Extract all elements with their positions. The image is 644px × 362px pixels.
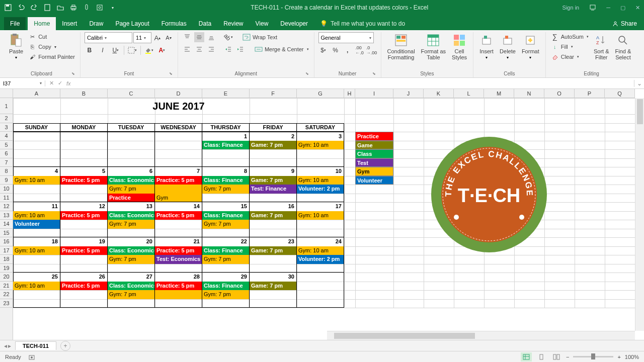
event-cell[interactable]: Game: 7 pm <box>250 211 297 220</box>
row-header[interactable]: 13 <box>0 211 13 220</box>
share-button[interactable]: Share <box>605 17 644 30</box>
dialog-launcher-icon[interactable]: ⬊ <box>71 71 76 76</box>
event-cell[interactable] <box>60 194 108 203</box>
day-header[interactable]: MONDAY <box>60 123 108 132</box>
legend-item[interactable]: Game <box>355 141 393 150</box>
legend-item[interactable]: Gym <box>355 167 393 176</box>
tab-home[interactable]: Home <box>28 17 56 30</box>
date-cell[interactable]: 24 <box>297 237 344 246</box>
date-cell[interactable]: 3 <box>297 132 344 141</box>
date-cell[interactable]: 29 <box>202 273 250 282</box>
event-cell[interactable] <box>250 149 297 158</box>
event-cell[interactable] <box>13 158 60 167</box>
row-header[interactable]: 20 <box>0 273 13 282</box>
calendar-title[interactable]: JUNE 2017 <box>13 98 344 114</box>
event-cell[interactable]: Gym: 7 pm <box>202 255 250 264</box>
row-header[interactable]: 22 <box>0 290 13 299</box>
event-cell[interactable] <box>250 229 297 238</box>
decrease-decimal-icon[interactable]: .0→.00 <box>367 45 377 55</box>
legend-item[interactable]: Practice <box>355 132 393 141</box>
event-cell[interactable]: Class: Economics <box>108 282 155 291</box>
italic-button[interactable]: I <box>98 45 108 55</box>
open-icon[interactable] <box>56 4 64 12</box>
event-cell[interactable]: Class: Finance <box>202 211 250 220</box>
number-format-combo[interactable]: General▾ <box>318 32 374 43</box>
event-cell[interactable] <box>155 299 202 308</box>
event-cell[interactable] <box>250 299 297 308</box>
event-cell[interactable]: Gym: 7 pm <box>108 290 155 299</box>
tell-me[interactable]: 💡 Tell me what you want to do <box>314 17 411 30</box>
tab-insert[interactable]: Insert <box>56 17 83 30</box>
name-box[interactable]: I37▾ <box>0 80 45 86</box>
col-header[interactable]: H <box>344 89 355 98</box>
page-break-view-icon[interactable] <box>551 352 562 361</box>
align-center-icon[interactable] <box>194 44 204 54</box>
date-cell[interactable]: 21 <box>155 237 202 246</box>
maximize-icon[interactable]: ▢ <box>620 5 625 11</box>
dialog-launcher-icon[interactable]: ⬊ <box>305 71 310 76</box>
event-cell[interactable]: Class: Finance <box>202 141 250 150</box>
event-cell[interactable]: Gym: 10 am <box>297 211 344 220</box>
event-cell[interactable] <box>155 185 202 194</box>
percent-button[interactable]: % <box>331 45 341 55</box>
date-cell[interactable]: 1 <box>202 132 250 141</box>
redo-icon[interactable] <box>30 4 38 12</box>
align-middle-icon[interactable] <box>194 32 204 42</box>
event-cell[interactable] <box>250 255 297 264</box>
date-cell[interactable]: 26 <box>60 273 108 282</box>
date-cell[interactable]: 13 <box>108 202 155 211</box>
tab-formulas[interactable]: Formulas <box>155 17 193 30</box>
date-cell[interactable]: 19 <box>60 237 108 246</box>
row-headers[interactable]: 1234567891011121314151617181920212223 <box>0 98 13 340</box>
event-cell[interactable]: Practice: 5 pm <box>155 176 202 185</box>
event-cell[interactable]: Gym: 7 pm <box>108 185 155 194</box>
event-cell[interactable] <box>155 149 202 158</box>
sheet-tab[interactable]: TECH-011 <box>15 341 56 350</box>
underline-button[interactable]: U▾ <box>111 45 121 55</box>
row-header[interactable]: 7 <box>0 158 13 167</box>
format-as-table-button[interactable]: Format as Table <box>419 32 448 61</box>
col-header[interactable]: I <box>355 89 393 98</box>
row-header[interactable]: 16 <box>0 237 13 246</box>
event-cell[interactable] <box>60 264 108 273</box>
row-header[interactable]: 11 <box>0 194 13 203</box>
ribbon-options-icon[interactable] <box>589 4 596 11</box>
fill-color-button[interactable]: ▾ <box>144 45 154 55</box>
cut-button[interactable]: ✂Cut <box>27 32 76 41</box>
event-cell[interactable] <box>60 220 108 229</box>
conditional-formatting-button[interactable]: Conditional Formatting <box>385 32 417 61</box>
event-cell[interactable] <box>155 220 202 229</box>
align-bottom-icon[interactable] <box>206 32 216 42</box>
event-cell[interactable] <box>60 158 108 167</box>
row-header[interactable]: 19 <box>0 264 13 273</box>
event-cell[interactable] <box>297 282 344 291</box>
row-header[interactable]: 8 <box>0 167 13 176</box>
date-cell[interactable]: 6 <box>108 167 155 176</box>
event-cell[interactable] <box>13 290 60 299</box>
event-cell[interactable] <box>202 264 250 273</box>
align-right-icon[interactable] <box>206 44 216 54</box>
event-cell[interactable]: Game: 7 pm <box>250 141 297 150</box>
col-header[interactable]: F <box>250 89 297 98</box>
copy-button[interactable]: ⎘Copy▾ <box>27 42 76 51</box>
row-header[interactable]: 17 <box>0 246 13 255</box>
tab-review[interactable]: Review <box>217 17 249 30</box>
event-cell[interactable] <box>297 229 344 238</box>
event-cell[interactable]: Practice: 5 pm <box>60 282 108 291</box>
macro-record-icon[interactable] <box>28 353 35 360</box>
date-cell[interactable] <box>60 132 108 141</box>
col-header[interactable]: B <box>60 89 108 98</box>
date-cell[interactable] <box>108 132 155 141</box>
date-cell[interactable] <box>155 132 202 141</box>
event-cell[interactable]: Gym <box>155 194 202 203</box>
event-cell[interactable]: Gym: 7 pm <box>202 185 250 194</box>
date-cell[interactable]: 18 <box>13 237 60 246</box>
event-cell[interactable] <box>297 158 344 167</box>
zoom-slider[interactable] <box>573 356 613 357</box>
event-cell[interactable]: Class: Economics <box>108 176 155 185</box>
sort-filter-button[interactable]: AZSort & Filter <box>592 32 611 61</box>
dialog-launcher-icon[interactable]: ⬊ <box>372 71 377 76</box>
orientation-icon[interactable]: ab▾ <box>223 32 233 42</box>
font-name-combo[interactable]: Calibri▾ <box>85 32 132 43</box>
add-sheet-button[interactable]: + <box>60 341 70 351</box>
